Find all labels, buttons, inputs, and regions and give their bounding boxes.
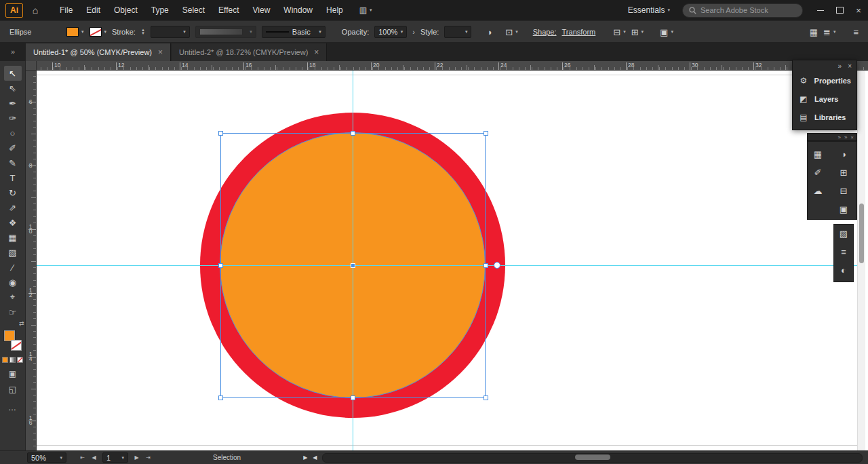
menu-file[interactable]: File [53,0,79,20]
paintbrush-tool[interactable]: ✐ [4,140,22,155]
transform-panel-icon[interactable]: ⊞ [836,165,851,180]
first-artboard-button[interactable]: ⇤ [77,455,87,461]
scroll-left-icon[interactable]: ◀ [313,455,317,461]
selection-handle[interactable] [218,395,223,400]
workspace-grid-icon[interactable]: ▦ [810,27,818,37]
brush-definition-select[interactable]: Basic ▾ [262,26,326,38]
tab-close-icon[interactable]: × [314,47,319,57]
toolbar-collapse-icon[interactable]: » [0,42,26,61]
scale-tool[interactable]: ⇗ [4,200,22,215]
pencil-tool[interactable]: ✎ [4,155,22,170]
maximize-button[interactable] [830,0,849,20]
gradient-panel-icon[interactable]: ▨ [836,226,851,241]
hand-tool[interactable]: ☞ [4,305,22,320]
selection-handle[interactable] [484,395,488,400]
panel-item-libraries[interactable]: ▤Libraries [793,108,856,126]
select-similar-icon[interactable]: ⊡▾ [505,27,517,37]
status-menu-arrow-icon[interactable]: ▶ [303,455,307,461]
last-artboard-button[interactable]: ⇥ [143,455,153,461]
horizontal-scrollbar[interactable] [322,453,863,463]
direct-selection-tool[interactable]: ⇖ [4,81,22,96]
pen-tool[interactable]: ✒ [4,96,22,111]
menu-help[interactable]: Help [319,0,350,20]
selection-handle[interactable] [218,131,223,136]
selection-handle[interactable] [351,395,355,400]
stroke-weight-stepper[interactable]: ▲▼ [141,28,145,35]
type-tool[interactable]: T [4,170,22,185]
ruler-vertical[interactable]: 6810121416 [26,71,37,450]
close-panel-icon[interactable]: × [850,134,854,140]
zoom-tool[interactable]: ⌖ [4,290,22,305]
next-artboard-button[interactable]: ▶ [132,455,142,461]
close-button[interactable]: × [849,0,868,20]
color-panel-icon[interactable]: ◑ [836,147,851,161]
stroke-color-picker[interactable]: ▾ [90,27,107,37]
draw-mode-icon[interactable]: ▣ [9,369,16,379]
edit-toolbar-icon[interactable]: … [8,403,17,412]
selection-handle[interactable] [484,131,488,136]
shape-panel-link[interactable]: Shape: [533,28,557,36]
stroke-weight-select[interactable]: ▾ [151,26,190,38]
tab-close-icon[interactable]: × [158,47,163,57]
expand-panels-icon[interactable]: » [844,134,847,140]
selection-center-point[interactable] [351,263,355,268]
blend-tool[interactable]: ◉ [4,275,22,290]
screen-mode-icon[interactable]: ◱ [9,385,16,394]
panel-dock-icon[interactable]: ≣▾ [823,27,835,37]
menu-effect[interactable]: Effect [212,0,245,20]
search-input[interactable]: Search Adobe Stock [682,3,803,18]
selection-tool[interactable]: ↖ [4,66,22,81]
document-tab-1[interactable]: Untitled-1* @ 50% (CMYK/Preview)× [26,43,171,61]
shape-builder-tool[interactable]: ❖ [4,215,22,230]
mesh-tool[interactable]: ▦ [4,230,22,245]
stroke-indicator-swatch[interactable] [11,340,22,351]
menu-view[interactable]: View [246,0,277,20]
fill-color-picker[interactable]: ▾ [66,27,84,37]
opacity-select[interactable]: 100% ▾ [374,26,407,38]
previous-artboard-button[interactable]: ◀ [89,455,99,461]
control-menu-icon[interactable]: ≡ [853,27,859,37]
curvature-tool[interactable]: ✑ [4,111,22,125]
gradient-button[interactable] [9,357,16,363]
zoom-select[interactable]: 50% ▾ [27,452,66,463]
selection-handle[interactable] [218,263,223,268]
brushes-panel-icon[interactable]: ✐ [810,165,825,180]
live-shape-widget[interactable] [494,262,500,269]
expand-panels-icon[interactable]: » [837,134,840,140]
vertical-scrollbar[interactable] [857,71,865,450]
swatches-panel-icon[interactable]: ▦ [810,147,825,161]
opacity-panel-arrow[interactable]: › [412,28,415,36]
swap-fill-stroke-icon[interactable]: ⇄ [19,320,24,327]
close-panel-icon[interactable]: × [848,62,852,70]
artboards-panel-icon[interactable]: ▣ [836,201,851,216]
cc-libraries-panel-icon[interactable]: ☁ [810,183,825,198]
ellipse-tool[interactable]: ○ [4,125,22,140]
rotate-tool[interactable]: ↻ [4,185,22,200]
distribute-options-icon[interactable]: ⊞▾ [631,27,644,37]
selection-handle[interactable] [484,263,488,268]
transform-panel-link[interactable]: Transform [562,28,596,36]
isolate-object-icon[interactable]: ▣▾ [660,27,673,37]
artboard-canvas[interactable] [37,71,868,450]
artboard-select[interactable]: 1 ▾ [102,452,128,463]
minimize-button[interactable] [811,0,830,20]
color-button[interactable] [2,357,8,363]
horizontal-scrollbar-thumb[interactable] [575,455,610,460]
arrange-documents-icon[interactable]: ▥ ▾ [359,5,372,15]
home-icon[interactable]: ⌂ [27,5,43,16]
eyedropper-tool[interactable]: ∕ [4,260,22,275]
recolor-artwork-icon[interactable]: ◑ [486,27,492,37]
selection-handle[interactable] [351,131,355,136]
gradient-tool[interactable]: ▧ [4,245,22,260]
ruler-horizontal[interactable]: 101214161820222426283032 [37,61,868,71]
menu-window[interactable]: Window [277,0,319,20]
panel-item-properties[interactable]: ⚙Properties [793,71,856,90]
vertical-scrollbar-thumb[interactable] [859,204,864,263]
stroke-panel-icon[interactable]: ≡ [836,244,851,259]
none-button[interactable] [17,357,23,363]
transparency-panel-icon[interactable]: ◐ [836,263,851,277]
menu-edit[interactable]: Edit [79,0,107,20]
panel-item-layers[interactable]: ◩Layers [793,90,856,108]
ruler-origin-corner[interactable] [26,61,37,71]
align-options-icon[interactable]: ⊟▾ [613,27,625,37]
